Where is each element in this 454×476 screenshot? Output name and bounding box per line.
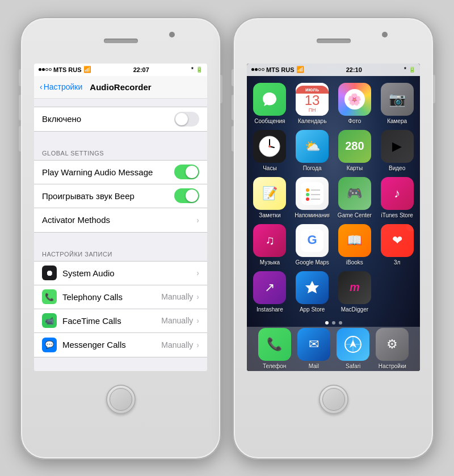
time-right: 22:10 <box>346 66 362 73</box>
dock-safari[interactable]: Safari <box>337 328 369 369</box>
messages-label: Сообщения <box>254 118 285 124</box>
left-phone: MTS RUS 📶 22:07 * 🔋 ‹ Настройки AudioRec… <box>20 17 221 460</box>
chevron-back-icon: ‹ <box>40 82 43 91</box>
notif-dot <box>406 224 414 231</box>
app-instashare[interactable]: ↗ Instashare <box>251 271 288 313</box>
instashare-label: Instashare <box>257 306 283 313</box>
speaker-left <box>104 39 138 43</box>
facetime-row[interactable]: 📹 FaceTime Calls Manually › <box>34 309 207 333</box>
app-gamecenter[interactable]: 🎮 Game Center <box>337 177 373 218</box>
facetime-chevron: › <box>196 316 199 325</box>
reminders-icon <box>296 177 329 210</box>
telephony-label: Telephony Calls <box>62 292 161 302</box>
app-reminders[interactable]: Напоминания <box>294 177 331 218</box>
app-appstore[interactable]: App Store <box>294 271 331 313</box>
telephony-value: Manually <box>161 292 193 301</box>
messenger-chevron: › <box>196 340 199 349</box>
calendar-label: Календарь <box>298 118 326 124</box>
dock-settings-icon: ⚙ <box>376 328 409 361</box>
beep-label: Проигрывать звук Beep <box>42 191 174 201</box>
messenger-icon: 💬 <box>42 338 57 352</box>
nav-title: AudioRecorder <box>90 82 151 92</box>
facetime-label: FaceTime Calls <box>62 316 161 326</box>
dock-phone[interactable]: 📞 Телефон <box>258 328 291 369</box>
volume-down-button-right[interactable] <box>232 126 234 151</box>
home-button-right[interactable] <box>319 385 348 414</box>
app-camera[interactable]: 📷 Камера <box>379 83 415 124</box>
app-notes[interactable]: 📝 Заметки <box>251 177 288 218</box>
app-calendar[interactable]: июль 13 ПН Календарь <box>294 83 331 124</box>
app-videos[interactable]: ▶ Видео <box>379 130 415 171</box>
app-music[interactable]: ♫ Музыка <box>251 224 288 266</box>
play-warning-toggle[interactable] <box>174 165 199 179</box>
system-audio-icon: ⏺ <box>42 266 57 280</box>
page-dot-1 <box>325 321 329 325</box>
app-photos[interactable]: 🌸 Фото <box>337 83 373 124</box>
messages-icon <box>253 83 286 116</box>
wifi-icon-left: 📶 <box>83 66 91 73</box>
app-clock[interactable]: Часы <box>251 130 288 171</box>
app-weather[interactable]: ⛅ Погода <box>294 130 331 171</box>
volume-up-button[interactable] <box>19 95 21 120</box>
mute-button[interactable] <box>19 69 21 86</box>
beep-row[interactable]: Проигрывать звук Beep <box>34 184 207 208</box>
camera-right <box>382 32 388 37</box>
activator-label: Activator Methods <box>42 215 196 225</box>
power-button-right[interactable] <box>433 75 435 103</box>
svg-point-7 <box>306 197 309 201</box>
app-itunes[interactable]: ♪ iTunes Store <box>379 177 415 218</box>
home-button-left[interactable] <box>106 385 136 414</box>
back-button[interactable]: ‹ Настройки <box>40 82 82 91</box>
home-button-inner-left <box>110 388 132 411</box>
app-messages[interactable]: Сообщения <box>251 83 288 124</box>
phone-bottom-left <box>21 371 220 428</box>
messenger-value: Manually <box>161 340 193 349</box>
power-button[interactable] <box>220 75 222 103</box>
status-bar-left: MTS RUS 📶 22:07 * 🔋 <box>34 64 207 76</box>
global-header: GLOBAL SETTINGS <box>34 142 207 160</box>
toggle-thumb-2 <box>186 166 198 178</box>
play-warning-row[interactable]: Play Warning Audio Message <box>34 161 207 184</box>
camera-left <box>169 32 175 37</box>
weather-icon: ⛅ <box>296 130 329 163</box>
gmaps-icon: G <box>296 224 329 257</box>
enabled-label: Включено <box>42 114 174 124</box>
beep-toggle[interactable] <box>174 188 199 203</box>
svg-text:G: G <box>308 233 317 247</box>
app-gmaps[interactable]: G Google Maps <box>294 224 331 266</box>
app-macdigger[interactable]: m MacDigger <box>337 271 373 313</box>
macdigger-icon: m <box>338 271 371 304</box>
back-label[interactable]: Настройки <box>44 82 83 91</box>
system-audio-row[interactable]: ⏺ System Audio › <box>34 262 207 285</box>
toggle-thumb <box>175 113 188 125</box>
app3-icon: ❤ <box>381 224 414 257</box>
itunes-icon: ♪ <box>381 177 414 210</box>
settings-body: Включено GLOBAL SETTINGS Play Warning Au… <box>34 99 207 371</box>
dock-phone-icon: 📞 <box>258 328 291 361</box>
main-toggle-group: Включено <box>34 107 207 132</box>
wifi-icon-right: 📶 <box>296 66 304 73</box>
app-3[interactable]: ❤ 3л <box>379 224 415 266</box>
app-placeholder <box>379 271 415 313</box>
maps-icon: 280 <box>338 130 371 163</box>
messenger-row[interactable]: 💬 Messenger Calls Manually › <box>34 333 207 357</box>
page-dots <box>247 321 420 325</box>
toggle-thumb-3 <box>186 189 198 202</box>
telephony-row[interactable]: 📞 Telephony Calls Manually › <box>34 285 207 309</box>
dock-mail[interactable]: ✉ Mail <box>297 328 330 369</box>
mute-button-right[interactable] <box>232 69 234 86</box>
enabled-row[interactable]: Включено <box>34 107 207 131</box>
recording-group: ⏺ System Audio › 📞 Telephony Calls Manua… <box>34 261 207 357</box>
activator-row[interactable]: Activator Methods › <box>34 208 207 232</box>
app3-label: 3л <box>394 259 400 266</box>
dock-mail-icon: ✉ <box>297 328 330 361</box>
telephony-chevron: › <box>196 292 199 301</box>
dock-settings[interactable]: ⚙ Настройки <box>376 328 409 369</box>
app-ibooks[interactable]: 📖 iBooks <box>337 224 373 266</box>
volume-down-button[interactable] <box>19 126 21 151</box>
home-screen: MTS RUS 📶 22:10 * 🔋 Сообщения <box>247 64 420 371</box>
app-maps[interactable]: 280 Карты <box>337 130 373 171</box>
volume-up-button-right[interactable] <box>232 95 234 120</box>
enabled-toggle[interactable] <box>174 112 199 127</box>
clock-icon <box>253 130 286 163</box>
